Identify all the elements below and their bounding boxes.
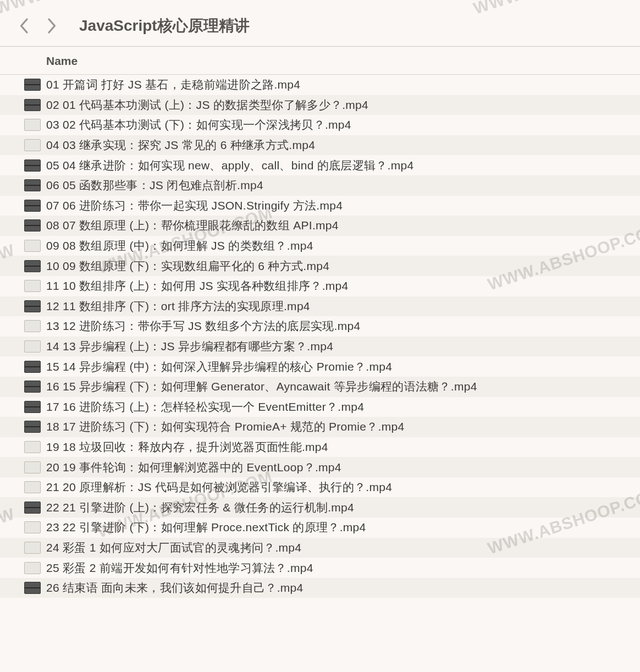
file-name: 19 18 垃圾回收：释放内存，提升浏览器页面性能.mp4 — [46, 439, 328, 455]
file-name: 03 02 代码基本功测试 (下)：如何实现一个深浅拷贝？.mp4 — [46, 117, 351, 133]
file-name: 04 03 继承实现：探究 JS 常见的 6 种继承方式.mp4 — [46, 137, 315, 153]
column-header-name[interactable]: Name — [0, 47, 640, 75]
video-file-icon — [24, 502, 41, 514]
file-row[interactable]: 26 结束语 面向未来，我们该如何提升自己？.mp4 — [0, 578, 640, 598]
video-file-icon — [24, 381, 41, 393]
file-name: 08 07 数组原理 (上)：帮你梳理眼花缭乱的数组 API.mp4 — [46, 218, 339, 233]
video-file-icon — [24, 119, 41, 131]
video-file-icon — [24, 542, 41, 554]
file-name: 26 结束语 面向未来，我们该如何提升自己？.mp4 — [46, 580, 304, 596]
file-name: 07 06 进阶练习：带你一起实现 JSON.Stringify 方法.mp4 — [46, 198, 343, 213]
file-name: 13 12 进阶练习：带你手写 JS 数组多个方法的底层实现.mp4 — [46, 318, 360, 334]
file-row[interactable]: 01 开篇词 打好 JS 基石，走稳前端进阶之路.mp4 — [0, 75, 640, 95]
video-file-icon — [24, 139, 41, 151]
chevron-left-icon — [19, 18, 29, 34]
video-file-icon — [24, 441, 41, 453]
file-name: 02 01 代码基本功测试 (上)：JS 的数据类型你了解多少？.mp4 — [46, 97, 368, 113]
video-file-icon — [24, 79, 41, 91]
file-row[interactable]: 13 12 进阶练习：带你手写 JS 数组多个方法的底层实现.mp4 — [0, 316, 640, 337]
file-name: 05 04 继承进阶：如何实现 new、apply、call、bind 的底层逻… — [46, 158, 413, 173]
chevron-right-icon — [47, 18, 57, 34]
file-row[interactable]: 12 11 数组排序 (下)：ort 排序方法的实现原理.mp4 — [0, 296, 640, 317]
file-row[interactable]: 09 08 数组原理 (中)：如何理解 JS 的类数组？.mp4 — [0, 236, 640, 256]
file-name: 24 彩蛋 1 如何应对大厂面试官的灵魂拷问？.mp4 — [46, 540, 301, 555]
video-file-icon — [24, 361, 41, 373]
file-row[interactable]: 02 01 代码基本功测试 (上)：JS 的数据类型你了解多少？.mp4 — [0, 95, 640, 115]
video-file-icon — [24, 340, 41, 352]
file-name: 15 14 异步编程 (中)：如何深入理解异步编程的核心 Promie？.mp4 — [46, 359, 392, 374]
file-row[interactable]: 22 21 引擎进阶 (上)：探究宏任务 & 微任务的运行机制.mp4 — [0, 497, 640, 517]
file-row[interactable]: 25 彩蛋 2 前端开发如何有针对性地学习算法？.mp4 — [0, 558, 640, 578]
video-file-icon — [24, 562, 41, 574]
file-row[interactable]: 16 15 异步编程 (下)：如何理解 Generator、Ayncawait … — [0, 377, 640, 397]
file-row[interactable]: 04 03 继承实现：探究 JS 常见的 6 种继承方式.mp4 — [0, 135, 640, 156]
file-row[interactable]: 23 22 引擎进阶 (下)：如何理解 Proce.nextTick 的原理？.… — [0, 517, 640, 538]
video-file-icon — [24, 401, 41, 413]
back-button[interactable] — [16, 16, 31, 36]
folder-title: JavaScript核心原理精讲 — [79, 15, 250, 36]
video-file-icon — [24, 179, 41, 191]
file-name: 17 16 进阶练习 (上)：怎样轻松实现一个 EventEmitter？.mp… — [46, 399, 364, 415]
file-row[interactable]: 03 02 代码基本功测试 (下)：如何实现一个深浅拷贝？.mp4 — [0, 115, 640, 135]
file-row[interactable]: 05 04 继承进阶：如何实现 new、apply、call、bind 的底层逻… — [0, 155, 640, 175]
file-name: 21 20 原理解析：JS 代码是如何被浏览器引擎编译、执行的？.mp4 — [46, 480, 392, 495]
file-name: 14 13 异步编程 (上)：JS 异步编程都有哪些方案？.mp4 — [46, 339, 333, 354]
file-name: 10 09 数组原理 (下)：实现数组扁平化的 6 种方式.mp4 — [46, 258, 329, 274]
forward-button[interactable] — [45, 16, 59, 36]
video-file-icon — [24, 240, 41, 252]
file-row[interactable]: 15 14 异步编程 (中)：如何深入理解异步编程的核心 Promie？.mp4 — [0, 356, 640, 377]
file-list: 01 开篇词 打好 JS 基石，走稳前端进阶之路.mp402 01 代码基本功测… — [0, 75, 640, 598]
file-row[interactable]: 19 18 垃圾回收：释放内存，提升浏览器页面性能.mp4 — [0, 437, 640, 458]
file-name: 06 05 函数那些事：JS 闭包难点剖析.mp4 — [46, 178, 263, 193]
file-name: 20 19 事件轮询：如何理解浏览器中的 EventLoop？.mp4 — [46, 460, 341, 475]
video-file-icon — [24, 300, 41, 312]
file-row[interactable]: 24 彩蛋 1 如何应对大厂面试官的灵魂拷问？.mp4 — [0, 538, 640, 558]
video-file-icon — [24, 99, 41, 111]
video-file-icon — [24, 280, 41, 292]
video-file-icon — [24, 521, 41, 533]
video-file-icon — [24, 219, 41, 232]
file-row[interactable]: 21 20 原理解析：JS 代码是如何被浏览器引擎编译、执行的？.mp4 — [0, 477, 640, 498]
video-file-icon — [24, 421, 41, 433]
file-row[interactable]: 20 19 事件轮询：如何理解浏览器中的 EventLoop？.mp4 — [0, 457, 640, 477]
file-row[interactable]: 08 07 数组原理 (上)：帮你梳理眼花缭乱的数组 API.mp4 — [0, 216, 640, 236]
video-file-icon — [24, 260, 41, 272]
file-row[interactable]: 06 05 函数那些事：JS 闭包难点剖析.mp4 — [0, 175, 640, 196]
file-name: 16 15 异步编程 (下)：如何理解 Generator、Ayncawait … — [46, 379, 477, 394]
file-row[interactable]: 11 10 数组排序 (上)：如何用 JS 实现各种数组排序？.mp4 — [0, 276, 640, 296]
video-file-icon — [24, 461, 41, 473]
video-file-icon — [24, 159, 41, 172]
file-row[interactable]: 07 06 进阶练习：带你一起实现 JSON.Stringify 方法.mp4 — [0, 196, 640, 216]
file-name: 01 开篇词 打好 JS 基石，走稳前端进阶之路.mp4 — [46, 77, 300, 92]
toolbar: JavaScript核心原理精讲 — [0, 0, 640, 46]
file-row[interactable]: 18 17 进阶练习 (下)：如何实现符合 PromieA+ 规范的 Promi… — [0, 417, 640, 437]
file-name: 18 17 进阶练习 (下)：如何实现符合 PromieA+ 规范的 Promi… — [46, 419, 405, 434]
file-row[interactable]: 10 09 数组原理 (下)：实现数组扁平化的 6 种方式.mp4 — [0, 256, 640, 276]
file-row[interactable]: 17 16 进阶练习 (上)：怎样轻松实现一个 EventEmitter？.mp… — [0, 397, 640, 417]
file-name: 23 22 引擎进阶 (下)：如何理解 Proce.nextTick 的原理？.… — [46, 520, 366, 535]
file-name: 22 21 引擎进阶 (上)：探究宏任务 & 微任务的运行机制.mp4 — [46, 500, 354, 515]
video-file-icon — [24, 481, 41, 493]
file-name: 11 10 数组排序 (上)：如何用 JS 实现各种数组排序？.mp4 — [46, 278, 349, 294]
video-file-icon — [24, 320, 41, 332]
file-name: 25 彩蛋 2 前端开发如何有针对性地学习算法？.mp4 — [46, 560, 313, 576]
file-name: 12 11 数组排序 (下)：ort 排序方法的实现原理.mp4 — [46, 299, 310, 314]
video-file-icon — [24, 582, 41, 594]
video-file-icon — [24, 200, 41, 212]
file-row[interactable]: 14 13 异步编程 (上)：JS 异步编程都有哪些方案？.mp4 — [0, 337, 640, 357]
file-name: 09 08 数组原理 (中)：如何理解 JS 的类数组？.mp4 — [46, 238, 313, 254]
